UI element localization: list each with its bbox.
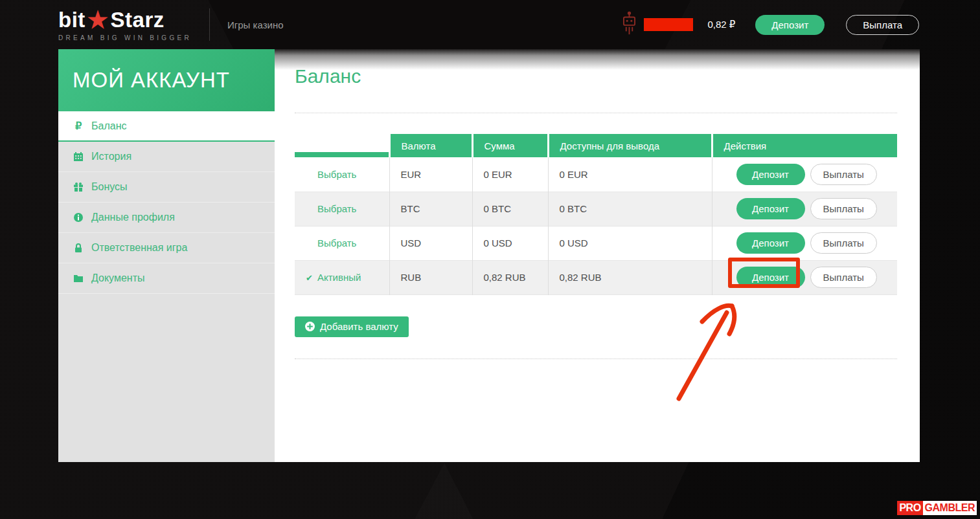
calendar-icon xyxy=(73,151,84,162)
sidebar-title: МОЙ АККАУНТ xyxy=(58,49,275,111)
sidebar-item-responsible-gaming[interactable]: Ответственная игра xyxy=(58,233,275,263)
logo-bit: bit xyxy=(58,9,85,30)
sidebar-item-label: История xyxy=(91,151,131,162)
currency-cell: EUR xyxy=(389,157,472,192)
balances-table: Валюта Сумма Доступны для вывода Действи… xyxy=(295,134,897,295)
sidebar-item-bonuses[interactable]: Бонусы xyxy=(58,172,275,203)
ruble-icon: ₽ xyxy=(73,120,84,132)
separator xyxy=(295,359,897,359)
header-account-area: 0,82 ₽ Депозит Выплата xyxy=(622,11,919,38)
table-header-row: Валюта Сумма Доступны для вывода Действи… xyxy=(295,134,897,157)
sidebar-item-label: Данные профиля xyxy=(91,212,175,223)
add-currency-label: Добавить валюту xyxy=(320,321,398,332)
row-deposit-button-highlighted[interactable]: Депозит xyxy=(736,267,805,288)
column-header-select xyxy=(295,134,389,157)
column-header-actions: Действия xyxy=(712,134,897,157)
table-row-btc: Выбрать BTC 0 BTC 0 BTC ДепозитВыплаты xyxy=(295,192,897,226)
active-status-label: Активный xyxy=(317,272,361,283)
row-payouts-button[interactable]: Выплаты xyxy=(810,198,877,219)
info-icon xyxy=(73,212,84,223)
folder-icon xyxy=(73,273,84,283)
available-cell: 0,82 RUB xyxy=(548,260,712,294)
column-header-amount: Сумма xyxy=(472,134,548,157)
sidebar-item-label: Ответственная игра xyxy=(91,242,187,254)
account-sidebar: МОЙ АККАУНТ ₽ Баланс История Бонусы Данн… xyxy=(58,49,275,462)
sidebar-item-documents[interactable]: Документы xyxy=(58,263,275,294)
sidebar-item-label: Бонусы xyxy=(91,181,128,193)
star-icon: ★ xyxy=(87,8,109,32)
table-row-rub: ✔Активный RUB 0,82 RUB 0,82 RUB ДепозитВ… xyxy=(295,260,897,294)
content-area: МОЙ АККАУНТ ₽ Баланс История Бонусы Данн… xyxy=(58,49,920,462)
select-currency-link[interactable]: Выбрать xyxy=(317,203,356,214)
column-header-currency: Валюта xyxy=(389,134,472,157)
column-header-available: Доступны для вывода xyxy=(548,134,712,157)
sidebar-item-balance[interactable]: ₽ Баланс xyxy=(58,111,275,142)
balance-panel: Баланс Валюта Сумма Доступны для вывода … xyxy=(275,49,920,462)
row-payouts-button[interactable]: Выплаты xyxy=(810,232,877,254)
row-deposit-button[interactable]: Депозит xyxy=(736,232,805,254)
bitstarz-logo[interactable]: bit ★ Starz DREAM BIG WIN BIGGER xyxy=(58,8,192,41)
currency-cell: USD xyxy=(389,226,472,260)
check-icon: ✔ xyxy=(306,273,317,283)
account-balance: 0,82 ₽ xyxy=(707,19,735,30)
available-cell: 0 EUR xyxy=(548,157,712,192)
currency-cell: RUB xyxy=(389,260,472,294)
select-currency-link[interactable]: Выбрать xyxy=(317,169,356,180)
header-payout-button[interactable]: Выплата xyxy=(846,15,919,35)
row-deposit-button[interactable]: Депозит xyxy=(736,164,805,185)
watermark-pro: PRO xyxy=(897,501,922,515)
page-title: Баланс xyxy=(295,49,897,88)
sidebar-item-profile-data[interactable]: Данные профиля xyxy=(58,203,275,233)
available-cell: 0 BTC xyxy=(548,192,712,226)
plus-circle-icon xyxy=(305,322,315,331)
nav-games-link[interactable]: Игры казино xyxy=(227,19,284,30)
lock-icon xyxy=(73,243,84,253)
header-divider xyxy=(209,8,210,41)
logo-tagline: DREAM BIG WIN BIGGER xyxy=(58,34,192,41)
currency-cell: BTC xyxy=(389,192,472,226)
top-header: bit ★ Starz DREAM BIG WIN BIGGER Игры ка… xyxy=(0,0,980,49)
table-row-usd: Выбрать USD 0 USD 0 USD ДепозитВыплаты xyxy=(295,226,897,260)
robot-mascot-icon xyxy=(622,11,637,38)
row-payouts-button[interactable]: Выплаты xyxy=(810,267,877,288)
table-row-eur: Выбрать EUR 0 EUR 0 EUR ДепозитВыплаты xyxy=(295,157,897,192)
sidebar-item-history[interactable]: История xyxy=(58,142,275,172)
logo-starz: Starz xyxy=(111,9,165,30)
available-cell: 0 USD xyxy=(548,226,712,260)
separator xyxy=(295,113,897,113)
amount-cell: 0 BTC xyxy=(472,192,548,226)
gift-icon xyxy=(73,182,84,192)
progambler-watermark: PRO GAMBLER xyxy=(897,501,977,515)
row-payouts-button[interactable]: Выплаты xyxy=(810,164,877,185)
username-redacted-box xyxy=(644,18,693,31)
watermark-gambler: GAMBLER xyxy=(923,501,977,515)
header-deposit-button[interactable]: Депозит xyxy=(755,15,825,35)
logo-text: bit ★ Starz xyxy=(58,8,192,32)
add-currency-button[interactable]: Добавить валюту xyxy=(295,316,409,337)
sidebar-item-label: Документы xyxy=(91,272,144,284)
row-deposit-button[interactable]: Депозит xyxy=(736,198,805,219)
amount-cell: 0,82 RUB xyxy=(472,260,548,294)
amount-cell: 0 USD xyxy=(472,226,548,260)
amount-cell: 0 EUR xyxy=(472,157,548,192)
select-currency-link[interactable]: Выбрать xyxy=(317,237,356,248)
sidebar-item-label: Баланс xyxy=(91,120,126,132)
